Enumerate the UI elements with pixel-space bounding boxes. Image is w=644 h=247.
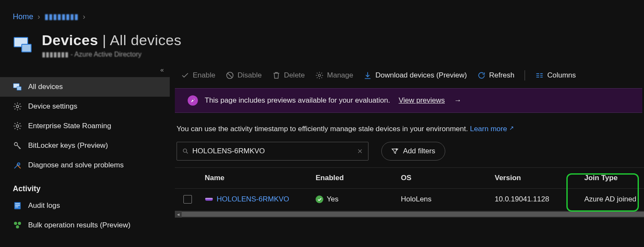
gear-icon [13,102,22,111]
svg-point-17 [18,222,21,225]
col-header-enabled[interactable]: Enabled [311,174,397,182]
breadcrumb-home[interactable]: Home [13,12,33,21]
breadcrumb-separator: › [38,12,40,21]
sidebar: « All devices Device settings Enterprise… [0,63,170,235]
rocket-icon [188,95,198,106]
refresh-button[interactable]: Refresh [477,71,515,80]
page-header: Devices | All devices ▮▮▮▮▮▮▮ - Azure Ac… [0,21,644,63]
sidebar-item-audit-logs[interactable]: Audit logs [0,196,170,215]
command-bar: Enable Disable Delete Manage Download de… [175,69,644,88]
horizontal-scrollbar[interactable]: ◄ [175,211,644,218]
add-filters-button[interactable]: Add filters [381,142,445,161]
devices-icon [13,82,22,92]
sidebar-item-label: Bulk operation results (Preview) [28,221,131,230]
columns-button[interactable]: Columns [535,71,576,80]
svg-point-21 [193,99,194,100]
svg-rect-13 [15,204,20,204]
sidebar-item-label: BitLocker keys (Preview) [28,141,108,150]
col-header-name[interactable]: Name [200,174,311,182]
scroll-left-button[interactable]: ◄ [175,211,182,218]
sidebar-item-device-settings[interactable]: Device settings [0,97,170,116]
col-header-join-type[interactable]: Join Type [580,174,644,182]
svg-rect-24 [205,198,213,199]
svg-point-8 [16,105,19,108]
sidebar-item-enterprise-state-roaming[interactable]: Enterprise State Roaming [0,116,170,136]
logs-icon [13,201,22,210]
table-row[interactable]: HOLOLENS-6RMKVO Yes HoloLens 10.0.19041.… [175,189,644,210]
svg-point-9 [16,125,19,127]
breadcrumb: Home › ▮▮▮▮▮▮▮▮ › [0,0,644,21]
collapse-sidebar-button[interactable]: « [0,66,170,77]
preview-banner: This page includes previews available fo… [175,88,642,113]
enable-button[interactable]: Enable [181,71,215,80]
col-header-os[interactable]: OS [397,174,490,182]
hololens-icon [205,196,213,203]
svg-point-18 [16,225,19,228]
search-input-wrapper[interactable] [177,142,368,161]
sidebar-item-bulk-operation-results[interactable]: Bulk operation results (Preview) [0,215,170,235]
gear-icon [13,121,22,131]
search-icon [182,148,189,155]
svg-point-11 [17,163,20,166]
external-link-icon: ↗ [509,125,514,131]
svg-rect-3 [22,45,31,52]
svg-rect-7 [17,87,21,90]
device-name-link[interactable]: HOLOLENS-6RMKVO [205,195,307,204]
col-header-version[interactable]: Version [490,174,580,182]
sidebar-item-label: Audit logs [28,201,60,210]
banner-text: This page includes previews available fo… [205,96,390,105]
devices-icon [13,34,33,55]
arrow-right-icon: → [454,96,461,105]
breadcrumb-separator: › [83,12,85,21]
key-icon [13,141,22,150]
sidebar-item-bitlocker-keys[interactable]: BitLocker keys (Preview) [0,136,170,155]
svg-point-22 [183,149,187,152]
os-cell: HoloLens [397,195,490,204]
enabled-cell: Yes [311,195,397,204]
disable-button[interactable]: Disable [226,71,262,80]
intro-text: You can use the activity timestamp to ef… [175,113,644,142]
check-circle-icon [316,195,323,203]
sidebar-item-label: All devices [28,83,63,91]
bulk-icon [13,221,22,230]
sidebar-item-diagnose[interactable]: Diagnose and solve problems [0,155,170,175]
toolbar-divider [525,70,525,80]
svg-point-10 [15,143,17,146]
join-type-cell: Azure AD joined [580,195,644,204]
download-devices-button[interactable]: Download devices (Preview) [363,71,467,80]
sidebar-item-label: Diagnose and solve problems [28,161,124,169]
main-panel: Enable Disable Delete Manage Download de… [170,63,644,235]
search-input[interactable] [189,147,357,155]
sidebar-item-label: Enterprise State Roaming [28,122,111,130]
svg-point-16 [14,222,17,225]
svg-rect-14 [15,205,20,206]
page-title: Devices | All devices [42,32,181,49]
row-checkbox[interactable] [175,195,200,204]
version-cell: 10.0.19041.1128 [490,195,580,204]
sidebar-section-activity: Activity [0,175,170,196]
page-subtitle: ▮▮▮▮▮▮▮ - Azure Active Directory [42,50,181,58]
delete-button[interactable]: Delete [272,71,305,80]
tools-icon [13,161,22,170]
svg-point-20 [318,74,320,76]
svg-rect-15 [15,207,18,207]
view-previews-link[interactable]: View previews [399,96,445,105]
manage-button[interactable]: Manage [315,71,353,80]
breadcrumb-org[interactable]: ▮▮▮▮▮▮▮▮ [44,12,78,21]
sidebar-item-all-devices[interactable]: All devices [0,77,170,97]
sidebar-item-label: Device settings [28,102,77,111]
learn-more-link[interactable]: Learn more ↗ [470,125,514,133]
devices-table: Name Enabled OS Version Join Type HOLOLE… [175,167,644,218]
clear-search-button[interactable] [357,148,363,154]
